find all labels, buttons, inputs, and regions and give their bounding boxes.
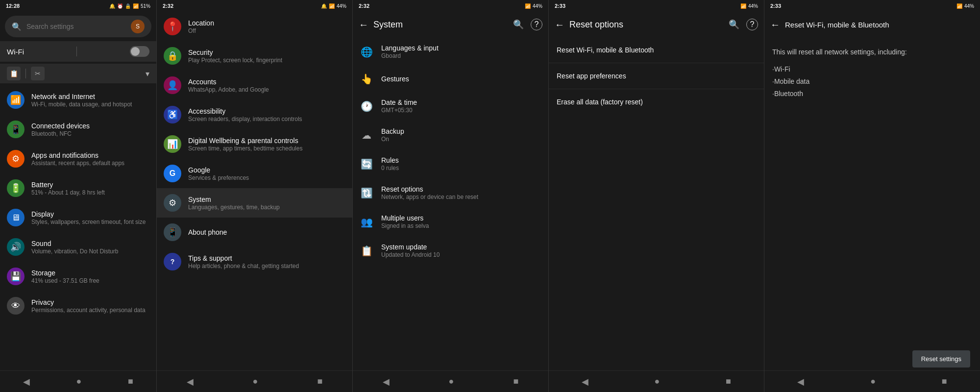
recents-nav-2[interactable]: ■ bbox=[318, 376, 323, 387]
search-icon: 🔍 bbox=[12, 22, 22, 31]
back-button-system[interactable]: ← bbox=[359, 19, 368, 30]
reset-settings-button[interactable]: Reset settings bbox=[912, 350, 970, 368]
lock-icon-1: 🔒 bbox=[125, 3, 131, 9]
search-icon-system[interactable]: 🔍 bbox=[511, 17, 526, 32]
system-users[interactable]: 👥 Multiple users Signed in as selva bbox=[353, 207, 548, 236]
setting-network[interactable]: 📶 Network and Internet Wi-Fi, mobile, da… bbox=[0, 85, 156, 115]
filter-icon-1[interactable]: 📋 bbox=[7, 67, 21, 80]
search-icon-reset[interactable]: 🔍 bbox=[727, 17, 741, 32]
nav-bar-4: ◀ ● ■ bbox=[549, 370, 764, 392]
home-nav-5[interactable]: ● bbox=[870, 376, 876, 387]
datetime-subtitle: GMT+05:30 bbox=[381, 107, 540, 114]
home-nav-3[interactable]: ● bbox=[449, 376, 454, 387]
setting-connected[interactable]: 📱 Connected devices Bluetooth, NFC bbox=[0, 115, 156, 144]
back-nav-5[interactable]: ◀ bbox=[797, 376, 804, 387]
search-bar[interactable]: 🔍 S bbox=[5, 16, 151, 37]
security-text: Security Play Protect, screen lock, fing… bbox=[188, 49, 345, 64]
accessibility-icon: ♿ bbox=[164, 106, 181, 123]
wifi-row[interactable]: Wi-Fi bbox=[0, 41, 156, 62]
storage-icon: 💾 bbox=[7, 268, 24, 285]
reset-wifi-description: This will reset all network settings, in… bbox=[772, 47, 972, 57]
recents-nav-5[interactable]: ■ bbox=[942, 376, 947, 387]
setting-sound[interactable]: 🔊 Sound Volume, vibration, Do Not Distur… bbox=[0, 232, 156, 262]
recents-nav-3[interactable]: ■ bbox=[514, 376, 519, 387]
languages-text: Languages & input Gboard bbox=[381, 44, 540, 59]
home-nav-1[interactable]: ● bbox=[76, 376, 82, 387]
filter-row: 📋 ✂ ▾ bbox=[0, 64, 156, 83]
setting-system[interactable]: ⚙ System Languages, gestures, time, back… bbox=[157, 188, 352, 218]
battery-pct-5: 44% bbox=[964, 3, 974, 9]
battery-pct-4: 44% bbox=[748, 3, 758, 9]
system-languages[interactable]: 🌐 Languages & input Gboard bbox=[353, 37, 548, 66]
back-nav-1[interactable]: ◀ bbox=[23, 376, 30, 387]
gestures-text: Gestures bbox=[381, 75, 540, 83]
help-icon-system[interactable]: ? bbox=[531, 19, 542, 30]
help-icon-reset[interactable]: ? bbox=[746, 19, 758, 30]
alarm-icon-1: ⏰ bbox=[117, 3, 123, 9]
network-text: Network and Internet Wi-Fi, mobile, data… bbox=[31, 93, 149, 108]
privacy-text: Privacy Permissions, account activity, p… bbox=[31, 298, 149, 314]
search-input[interactable] bbox=[26, 23, 126, 30]
google-text: Google Services & preferences bbox=[188, 166, 345, 181]
system-update[interactable]: 📋 System update Updated to Android 10 bbox=[353, 236, 548, 265]
back-nav-3[interactable]: ◀ bbox=[383, 376, 390, 387]
setting-battery[interactable]: 🔋 Battery 51% - About 1 day, 8 hrs left bbox=[0, 173, 156, 203]
system-subtitle: Languages, gestures, time, backup bbox=[188, 204, 345, 211]
system-reset[interactable]: 🔃 Reset options Network, apps or device … bbox=[353, 178, 548, 207]
back-nav-4[interactable]: ◀ bbox=[582, 376, 588, 387]
security-title: Security bbox=[188, 49, 345, 56]
accessibility-title: Accessibility bbox=[188, 107, 345, 115]
system-rules[interactable]: 🔄 Rules 0 rules bbox=[353, 149, 548, 178]
datetime-text: Date & time GMT+05:30 bbox=[381, 98, 540, 114]
connected-subtitle: Bluetooth, NFC bbox=[31, 130, 149, 137]
update-text: System update Updated to Android 10 bbox=[381, 243, 540, 258]
rules-subtitle: 0 rules bbox=[381, 165, 540, 172]
google-title: Google bbox=[188, 166, 345, 174]
setting-location[interactable]: 📍 Location Off bbox=[157, 12, 352, 41]
header-reset-wifi: ← Reset Wi-Fi, mobile & Bluetooth bbox=[764, 12, 980, 37]
home-nav-2[interactable]: ● bbox=[253, 376, 258, 387]
reset-app-prefs-option[interactable]: Reset app preferences bbox=[549, 63, 764, 89]
back-nav-2[interactable]: ◀ bbox=[187, 376, 194, 387]
setting-wellbeing[interactable]: 📊 Digital Wellbeing & parental controls … bbox=[157, 129, 352, 159]
system-backup[interactable]: ☁ Backup On bbox=[353, 121, 548, 149]
signal-icon-p5: 📶 bbox=[956, 3, 962, 9]
setting-accounts[interactable]: 👤 Accounts WhatsApp, Adobe, and Google bbox=[157, 71, 352, 100]
filter-icon-2[interactable]: ✂ bbox=[31, 67, 45, 80]
sound-icon: 🔊 bbox=[7, 238, 24, 256]
setting-storage[interactable]: 💾 Storage 41% used - 37.51 GB free bbox=[0, 262, 156, 291]
setting-tips[interactable]: ? Tips & support Help articles, phone & … bbox=[157, 247, 352, 276]
setting-privacy[interactable]: 👁 Privacy Permissions, account activity,… bbox=[0, 291, 156, 320]
wellbeing-text: Digital Wellbeing & parental controls Sc… bbox=[188, 137, 345, 152]
battery-icon: 🔋 bbox=[7, 179, 24, 197]
back-button-reset-wifi[interactable]: ← bbox=[770, 19, 780, 30]
time-3: 2:32 bbox=[359, 3, 369, 9]
setting-google[interactable]: G Google Services & preferences bbox=[157, 159, 352, 188]
privacy-title: Privacy bbox=[31, 298, 149, 306]
setting-about[interactable]: 📱 About phone bbox=[157, 218, 352, 247]
system-gestures[interactable]: 👆 Gestures bbox=[353, 66, 548, 92]
header-system: ← System 🔍 ? bbox=[353, 12, 548, 37]
header-reset: ← Reset options 🔍 ? bbox=[549, 12, 764, 37]
wifi-toggle[interactable] bbox=[130, 46, 149, 57]
chevron-down-icon[interactable]: ▾ bbox=[146, 69, 149, 78]
setting-security[interactable]: 🔒 Security Play Protect, screen lock, fi… bbox=[157, 41, 352, 71]
reset-wifi-option[interactable]: Reset Wi-Fi, mobile & Bluetooth bbox=[549, 37, 764, 63]
recents-nav-1[interactable]: ■ bbox=[128, 376, 133, 387]
setting-apps[interactable]: ⚙ Apps and notifications Assistant, rece… bbox=[0, 144, 156, 173]
back-button-reset[interactable]: ← bbox=[555, 19, 564, 30]
system-datetime[interactable]: 🕐 Date & time GMT+05:30 bbox=[353, 92, 548, 121]
factory-reset-option[interactable]: Erase all data (factory reset) bbox=[549, 89, 764, 115]
status-icons-2: 🔔 📶 44% bbox=[321, 3, 346, 9]
time-5: 2:33 bbox=[770, 3, 781, 9]
time-1: 12:28 bbox=[6, 3, 20, 9]
status-bar-5: 2:33 📶 44% bbox=[764, 0, 980, 12]
setting-accessibility[interactable]: ♿ Accessibility Screen readers, display,… bbox=[157, 100, 352, 129]
system-text: System Languages, gestures, time, backup bbox=[188, 196, 345, 211]
backup-icon: ☁ bbox=[361, 129, 372, 141]
recents-nav-4[interactable]: ■ bbox=[726, 376, 731, 387]
about-icon: 📱 bbox=[164, 223, 181, 241]
home-nav-4[interactable]: ● bbox=[655, 376, 660, 387]
setting-display[interactable]: 🖥 Display Styles, wallpapers, screen tim… bbox=[0, 203, 156, 232]
gestures-title: Gestures bbox=[381, 75, 540, 83]
